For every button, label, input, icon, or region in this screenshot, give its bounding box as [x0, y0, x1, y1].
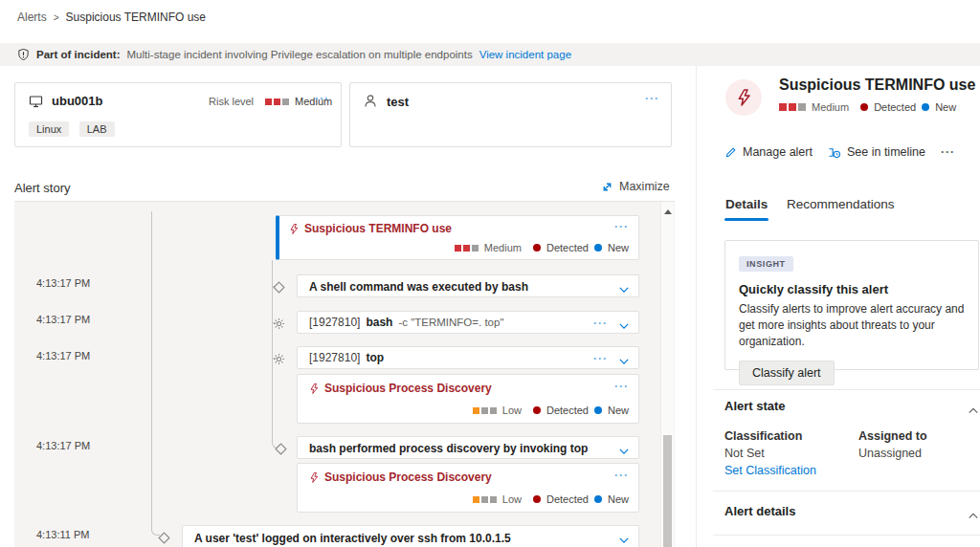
status-label: Detected	[546, 493, 589, 505]
process-more-button[interactable]: ···	[593, 352, 608, 365]
state-label: New	[608, 242, 629, 253]
panel-more-button[interactable]: ···	[941, 145, 955, 159]
tab-recommendations[interactable]: Recommendations	[787, 197, 895, 211]
chevron-down-icon[interactable]	[618, 353, 630, 370]
insight-card: INSIGHT Quickly classify this alert Clas…	[724, 240, 979, 370]
new-dot-icon	[922, 103, 929, 111]
chevron-down-icon[interactable]	[618, 317, 630, 335]
process-args: -c "TERMINFO=. top"	[398, 317, 503, 328]
alert-badge	[725, 79, 762, 116]
view-incident-link[interactable]: View incident page	[479, 49, 571, 60]
device-more-button[interactable]: ···	[315, 92, 329, 105]
breadcrumb: Alerts > Suspicious TERMINFO use	[17, 11, 206, 24]
see-in-timeline-button[interactable]: See in timeline	[828, 145, 925, 159]
device-name[interactable]: ubu001b	[52, 94, 102, 108]
chevron-up-icon[interactable]	[968, 507, 979, 524]
terminfo-alert-card[interactable]: Suspicious TERMINFO use ··· Medium Detec…	[276, 215, 639, 260]
new-dot-icon	[594, 406, 602, 414]
scroll-up-arrow[interactable]	[664, 209, 672, 214]
process-pid: [1927810]	[309, 351, 360, 364]
tab-details[interactable]: Details	[725, 197, 768, 211]
manage-alert-button[interactable]: Manage alert	[724, 145, 813, 159]
set-classification-link[interactable]: Set Classification	[724, 464, 816, 477]
classification-value: Not Set	[724, 447, 765, 460]
event-text: A user 'test' logged on interactively ov…	[194, 532, 511, 545]
severity-label: Medium	[484, 242, 522, 253]
maximize-icon	[601, 181, 613, 193]
chevron-down-icon[interactable]	[618, 443, 630, 460]
event-text: bash performed process discovery by invo…	[309, 442, 588, 455]
state-label: New	[935, 101, 956, 113]
top-process-card[interactable]: [1927810] top ···	[297, 346, 639, 369]
alert-card-title: Suspicious Process Discovery	[324, 470, 492, 484]
alert-more-button[interactable]: ···	[614, 469, 629, 482]
maximize-label: Maximize	[619, 180, 670, 193]
timeline-icon	[828, 146, 841, 159]
incident-text: Multi-stage incident involving Privilege…	[127, 49, 473, 60]
timestamp: 4:13:17 PM	[36, 277, 90, 289]
alert-severity-row: Low Detected New	[473, 493, 629, 505]
logon-event-card[interactable]: A user 'test' logged on interactively ov…	[182, 525, 639, 547]
shell-event-card[interactable]: A shell command was executed by bash	[297, 274, 639, 297]
spd-alert-card[interactable]: Suspicious Process Discovery ··· Low Det…	[297, 374, 639, 424]
bash-process-card[interactable]: [1927810] bash -c "TERMINFO=. top" ···	[297, 311, 639, 334]
severity-meter	[455, 245, 479, 252]
panel-actions: Manage alert See in timeline ···	[724, 145, 955, 159]
manage-alert-label: Manage alert	[743, 145, 813, 159]
severity-label: Low	[502, 493, 522, 505]
shell-event-icon	[158, 531, 170, 543]
status-label: Detected	[546, 405, 589, 416]
panel-alert-title: Suspicious TERMINFO use	[779, 77, 975, 94]
incident-shield-icon	[17, 48, 30, 61]
user-name[interactable]: test	[387, 95, 409, 109]
see-in-timeline-label: See in timeline	[847, 145, 925, 159]
discovery-event-card[interactable]: bash performed process discovery by invo…	[297, 436, 639, 459]
panel-severity-row: Medium Detected New	[779, 101, 956, 113]
timeline-scrollbar[interactable]	[660, 202, 674, 547]
divider	[713, 389, 980, 390]
chevron-right-icon: >	[54, 12, 59, 23]
state-label: New	[608, 493, 629, 505]
chevron-up-icon[interactable]	[968, 402, 979, 419]
alert-story-timeline: 4:13:17 PM 4:13:17 PM 4:13:17 PM 4:13:17…	[14, 202, 675, 547]
alert-bolt-icon	[736, 88, 751, 107]
tree-connector	[151, 211, 152, 524]
risk-meter	[265, 98, 289, 105]
classify-alert-button[interactable]: Classify alert	[739, 361, 835, 385]
classification-label: Classification	[724, 429, 802, 443]
alert-state-section-header[interactable]: Alert state	[724, 399, 786, 413]
device-tags: Linux LAB	[29, 120, 121, 137]
timestamp: 4:13:17 PM	[36, 350, 90, 361]
chevron-down-icon[interactable]	[618, 532, 630, 547]
detected-dot-icon	[533, 406, 541, 414]
maximize-button[interactable]: Maximize	[601, 180, 670, 193]
breadcrumb-current: Suspicious TERMINFO use	[66, 11, 207, 24]
severity-label: Low	[502, 405, 522, 416]
timestamp: 4:13:17 PM	[36, 314, 90, 325]
process-more-button[interactable]: ···	[593, 317, 608, 330]
detected-dot-icon	[533, 244, 541, 252]
process-name: top	[366, 351, 384, 364]
scrollbar-thumb[interactable]	[663, 435, 672, 547]
user-more-button[interactable]: ···	[645, 92, 659, 105]
process-gear-icon	[273, 352, 285, 364]
insight-title: Quickly classify this alert	[739, 282, 965, 296]
shell-event-icon	[273, 280, 285, 293]
device-icon	[29, 95, 43, 112]
alert-details-section-header[interactable]: Alert details	[724, 504, 795, 518]
process-gear-icon	[273, 317, 285, 329]
risk-level-label: Risk level	[209, 96, 254, 107]
alert-more-button[interactable]: ···	[614, 220, 629, 233]
breadcrumb-alerts-link[interactable]: Alerts	[17, 11, 47, 24]
device-card: ubu001b Risk level Medium ··· Linux LAB	[14, 82, 342, 147]
spd-alert-card[interactable]: Suspicious Process Discovery ··· Low Det…	[297, 463, 639, 513]
alert-more-button[interactable]: ···	[614, 380, 629, 393]
status-label: Detected	[546, 242, 589, 253]
alert-story-title: Alert story	[14, 181, 71, 195]
process-pid: [1927810]	[309, 316, 360, 329]
panel-divider	[696, 66, 697, 547]
chevron-down-icon[interactable]	[618, 281, 630, 298]
assigned-to-value: Unassigned	[858, 447, 922, 460]
shell-event-icon	[275, 442, 287, 454]
alert-bolt-icon	[309, 383, 319, 395]
